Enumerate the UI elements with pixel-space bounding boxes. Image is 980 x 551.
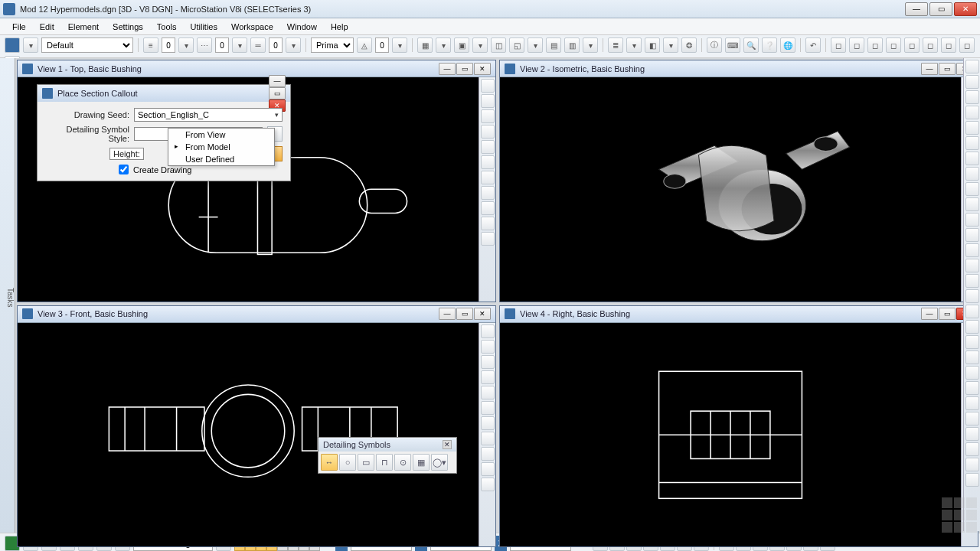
fit-icon[interactable] — [481, 109, 495, 123]
more-tool-icon[interactable] — [965, 442, 979, 456]
align-icon[interactable] — [965, 167, 979, 181]
height-menu[interactable]: From View From Model User Defined — [168, 128, 275, 166]
cube6-icon[interactable]: ◻ — [923, 37, 938, 53]
place-icon[interactable] — [965, 90, 979, 104]
vt[interactable] — [481, 478, 495, 491]
pointcloud-button[interactable]: ◫ — [491, 37, 506, 53]
maximize-button[interactable]: ▭ — [929, 2, 952, 16]
weight-dd-b[interactable]: ▾ — [232, 37, 247, 53]
zoom-button[interactable]: 🔍 — [743, 37, 759, 53]
more-tool-icon[interactable] — [965, 396, 979, 410]
stretch-icon[interactable] — [965, 228, 979, 242]
tasks-tab[interactable]: Tasks — [0, 58, 15, 533]
more-tool-icon[interactable] — [965, 427, 979, 441]
vt[interactable] — [481, 432, 495, 445]
menu-utilities[interactable]: Utilities — [185, 21, 224, 33]
measure-icon[interactable] — [965, 305, 979, 318]
models-dd[interactable]: ▾ — [528, 37, 543, 53]
vt[interactable] — [481, 370, 495, 384]
elevation-icon[interactable]: ▭ — [358, 454, 374, 471]
walk-icon[interactable] — [481, 171, 495, 184]
menu-help[interactable]: Help — [325, 21, 354, 33]
vt[interactable] — [481, 340, 495, 354]
view-3-max[interactable]: ▭ — [456, 308, 473, 320]
mirror-icon[interactable] — [965, 213, 979, 227]
close-button[interactable]: ✕ — [954, 2, 977, 16]
layer-select[interactable]: Default — [41, 37, 133, 53]
vt[interactable] — [481, 386, 495, 399]
more-tool-icon[interactable] — [965, 473, 979, 487]
chamfer-icon[interactable] — [965, 289, 979, 303]
pan-icon[interactable] — [481, 155, 495, 169]
view-2-max[interactable]: ▭ — [939, 63, 956, 75]
menu-tools[interactable]: Tools — [151, 21, 183, 33]
layers-dd[interactable]: ▾ — [626, 37, 642, 53]
create-drawing-checkbox[interactable] — [119, 165, 129, 174]
seed-select[interactable]: Section_English_C — [134, 108, 283, 122]
weight-dd-a[interactable]: ▾ — [178, 37, 194, 53]
axes-icon[interactable] — [965, 121, 979, 135]
help-button[interactable]: ❔ — [762, 37, 777, 53]
element-info-button[interactable]: ❂ — [681, 37, 697, 53]
plan-icon[interactable]: ⊓ — [376, 454, 393, 471]
layers-icon[interactable]: ≣ — [608, 37, 623, 53]
cube1-icon[interactable]: ◻ — [831, 37, 846, 53]
tag-icon[interactable] — [965, 381, 979, 395]
fill-button[interactable]: ◬ — [357, 37, 372, 53]
move-icon[interactable] — [965, 152, 979, 165]
menu-file[interactable]: File — [6, 21, 32, 33]
cube7-icon[interactable]: ◻ — [941, 37, 956, 53]
view-4-min[interactable]: — — [921, 308, 938, 320]
linetype-button[interactable]: ⋯ — [197, 37, 212, 53]
grid-icon[interactable]: ▦ — [413, 454, 430, 471]
template-select[interactable]: Prima — [311, 37, 354, 53]
view-2-min[interactable]: — — [921, 63, 938, 75]
select-icon[interactable] — [965, 75, 979, 89]
menu-edit[interactable]: Edit — [34, 21, 60, 33]
prev-icon[interactable] — [481, 201, 495, 215]
ref-dd[interactable]: ▾ — [436, 37, 451, 53]
cube8-icon[interactable]: ◻ — [959, 37, 975, 53]
view-attr-icon[interactable] — [481, 79, 495, 93]
place-section-callout-dialog[interactable]: Place Section Callout — ▭ ✕ Drawing Seed… — [37, 84, 291, 181]
vt[interactable] — [481, 401, 495, 415]
cell-icon[interactable] — [965, 366, 979, 380]
trim-icon[interactable] — [965, 243, 979, 257]
view-4-max[interactable]: ▭ — [939, 308, 956, 320]
view-3-canvas[interactable] — [18, 323, 479, 547]
section-callout-icon[interactable]: ↔ — [321, 454, 338, 471]
detail-callout-icon[interactable]: ○ — [339, 454, 356, 471]
rotate-icon[interactable] — [481, 140, 495, 154]
array-icon[interactable] — [965, 197, 979, 211]
vt[interactable] — [481, 416, 495, 430]
view-2-canvas[interactable] — [500, 77, 961, 302]
globe-button[interactable]: 🌐 — [780, 37, 795, 53]
cube2-icon[interactable]: ◻ — [849, 37, 864, 53]
weight-dd-c[interactable]: ▾ — [286, 37, 301, 53]
dialog-min[interactable]: — — [269, 75, 286, 87]
info-button[interactable]: ⓘ — [707, 37, 722, 53]
linestyle-button[interactable]: ≡ — [143, 37, 158, 53]
next-icon[interactable] — [481, 217, 495, 230]
detailing-symbols-toolbar[interactable]: Detailing Symbols ✕ ↔ ○ ▭ ⊓ ⊙ ▦ ◯▾ — [318, 437, 457, 474]
transp-dd[interactable]: ▾ — [392, 37, 407, 53]
cube5-icon[interactable]: ◻ — [904, 37, 920, 53]
view-3-min[interactable]: — — [439, 308, 456, 320]
more-tool-icon[interactable] — [965, 458, 979, 471]
minimize-button[interactable]: — — [905, 2, 928, 16]
cube3-icon[interactable]: ◻ — [867, 37, 883, 53]
raster-dd[interactable]: ▾ — [472, 37, 488, 53]
zoom-in-icon[interactable] — [481, 125, 495, 139]
dialog-max[interactable]: ▭ — [269, 87, 286, 99]
display-style-icon[interactable] — [481, 94, 495, 108]
dropdown-arrow[interactable]: ▾ — [23, 37, 38, 53]
magnify-icon[interactable] — [965, 60, 979, 73]
menu-workspace[interactable]: Workspace — [225, 21, 279, 33]
vt[interactable] — [481, 447, 495, 461]
vt[interactable] — [481, 355, 495, 369]
view-1-max[interactable]: ▭ — [456, 63, 473, 75]
rotate-3d-icon[interactable] — [965, 136, 979, 150]
menu-settings[interactable]: Settings — [106, 21, 149, 33]
view-1-close[interactable]: ✕ — [474, 63, 491, 75]
leveldisp-dd[interactable]: ▾ — [583, 37, 598, 53]
